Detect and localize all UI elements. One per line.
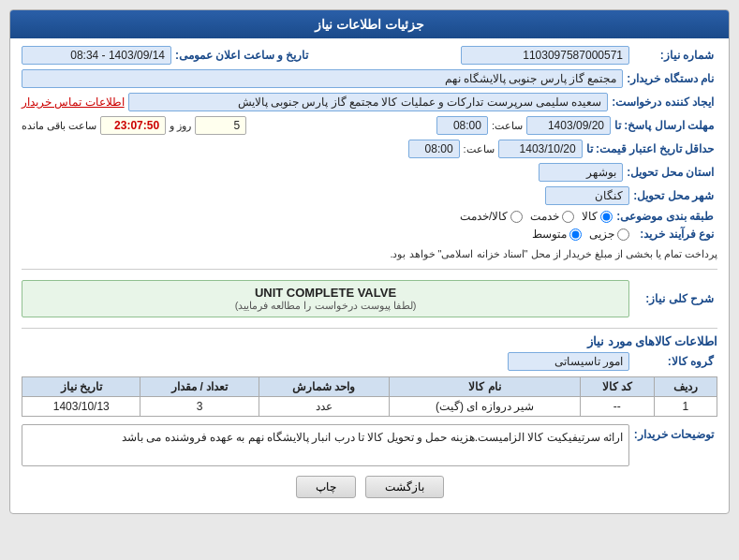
col-tarikh: تاریخ نیاز xyxy=(22,377,140,397)
kala-table-section: ردیف کد کالا نام کالا واحد شمارش تعداد /… xyxy=(22,376,717,417)
shahr-label: شهر محل تحویل: xyxy=(633,189,717,202)
col-kod-kala: کد کالا xyxy=(581,377,654,397)
tabaghe-radio-group: کالا خدمت کالا/خدمت xyxy=(460,210,613,223)
group-kala-value: امور تاسیساتی xyxy=(508,352,629,371)
row-ostan: استان محل تحویل: بوشهر xyxy=(22,163,717,182)
page-title: جزئیات اطلاعات نیاز xyxy=(315,17,424,32)
mohlat-countdown: 23:07:50 xyxy=(100,116,166,135)
nam-dastgah-value: مجتمع گاز پارس جنوبی پالایشگاه نهم xyxy=(22,69,623,88)
row-buyer-notes: توضیحات خریدار: ارائه سرتیفیکیت کالا الز… xyxy=(22,424,717,466)
table-cell-tarikh: 1403/10/13 xyxy=(22,397,140,417)
buyer-notes-label: توضیحات خریدار: xyxy=(633,424,717,441)
noe-farayand-radio-group: جزیی متوسط xyxy=(532,228,629,241)
kala-info-title: اطلاعات کالاهای مورد نیاز xyxy=(22,334,717,348)
row-ijad-kanandeh: ایجاد کننده درخواست: سعیده سلیمی سرپرست … xyxy=(22,93,717,111)
sarh-label: شرح کلی نیاز: xyxy=(633,292,717,305)
sarh-box: UNIT COMPLETE VALVE (لطفا پیوست درخواست … xyxy=(22,280,629,317)
shomare-niaz-label: شماره نیاز: xyxy=(633,49,717,62)
kala-table: ردیف کد کالا نام کالا واحد شمارش تعداد /… xyxy=(22,376,717,417)
table-cell-namKala: شیر دروازه ای (گیت) xyxy=(389,397,580,417)
mohlat-day-label: روز و xyxy=(170,120,191,132)
row-tabaghe-bandi: طبقه بندی موضوعی: کالا خدمت کالا/خدمت xyxy=(22,210,717,223)
row-nam-dastgah: نام دستگاه خریدار: مجتمع گاز پارس جنوبی … xyxy=(22,69,717,88)
col-nam-kala: نام کالا xyxy=(389,377,580,397)
radio-motevaset[interactable]: متوسط xyxy=(532,228,582,241)
content-area: شماره نیاز: 1103097587000571 تاریخ و ساع… xyxy=(10,38,729,513)
divider-2 xyxy=(22,328,717,329)
col-vahed: واحد شمارش xyxy=(259,377,389,397)
contact-link[interactable]: اطلاعات تماس خریدار xyxy=(22,96,125,109)
ijad-kanandeh-label: ایجاد کننده درخواست: xyxy=(612,96,717,109)
print-button[interactable]: چاپ xyxy=(296,476,356,498)
page-wrapper: جزئیات اطلاعات نیاز شماره نیاز: 11030975… xyxy=(0,0,739,560)
table-row: 1--شیر دروازه ای (گیت)عدد31403/10/13 xyxy=(22,397,717,417)
row-shahr: شهر محل تحویل: کنگان xyxy=(22,186,717,205)
row-noe-farayand: نوع فرآیند خرید: جزیی متوسط xyxy=(22,228,717,241)
sarh-value: UNIT COMPLETE VALVE xyxy=(30,286,621,300)
button-row: بازگشت چاپ xyxy=(22,476,717,506)
etebar-time: 08:00 xyxy=(408,140,460,158)
etebar-date: 1403/10/20 xyxy=(498,140,583,158)
mohlat-day: 5 xyxy=(195,116,246,135)
noe-farayand-label: نوع فرآیند خرید: xyxy=(633,228,717,241)
tarikh-label: تاریخ و ساعت اعلان عمومی: xyxy=(175,49,312,62)
group-kala-label: گروه کالا: xyxy=(633,355,717,368)
mohlat-date: 1403/09/20 xyxy=(526,116,611,135)
radio-kala-khedmat[interactable]: کالا/خدمت xyxy=(460,210,523,223)
buyer-notes-value: ارائه سرتیفیکیت کالا الزامیست.هزینه حمل … xyxy=(22,424,629,466)
row-note-payment: پرداخت تمام یا بخشی از مبلغ خریدار از مح… xyxy=(22,245,717,263)
tarikh-value: 1403/09/14 - 08:34 xyxy=(22,46,171,65)
ostan-label: استان محل تحویل: xyxy=(627,166,717,179)
mohlat-sa-label: ساعت: xyxy=(492,120,523,132)
etebar-sa-label: ساعت: xyxy=(464,143,495,155)
back-button[interactable]: بازگشت xyxy=(365,476,444,498)
table-header-row: ردیف کد کالا نام کالا واحد شمارش تعداد /… xyxy=(22,377,717,397)
divider-1 xyxy=(22,269,717,270)
ostan-value: بوشهر xyxy=(539,163,623,182)
mohlat-remain: ساعت باقی مانده xyxy=(22,120,96,132)
row-mohlat: مهلت ارسال پاسخ: تا 1403/09/20 ساعت: 08:… xyxy=(22,116,717,135)
mohlat-label: مهلت ارسال پاسخ: تا xyxy=(614,119,717,132)
table-cell-tedad: 3 xyxy=(140,397,259,417)
sarh-note: (لطفا پیوست درخواست را مطالعه فرمایید) xyxy=(30,300,621,312)
col-tedad: تعداد / مقدار xyxy=(140,377,259,397)
ijad-kanandeh-value: سعیده سلیمی سرپرست تدارکات و عملیات کالا… xyxy=(128,93,609,111)
mohlat-time: 08:00 xyxy=(436,116,488,135)
nam-dastgah-label: نام دستگاه خریدار: xyxy=(627,72,717,85)
table-cell-radif: 1 xyxy=(654,397,717,417)
row-group-kala: گروه کالا: امور تاسیساتی xyxy=(22,352,717,371)
row-sarh: شرح کلی نیاز: UNIT COMPLETE VALVE (لطفا … xyxy=(22,275,717,322)
col-radif: ردیف xyxy=(654,377,717,397)
shomare-niaz-value: 1103097587000571 xyxy=(461,46,629,65)
tabaghe-label: طبقه بندی موضوعی: xyxy=(616,210,717,223)
row-etebar: حداقل تاریخ اعتبار قیمت: تا 1403/10/20 س… xyxy=(22,140,717,158)
radio-kala[interactable]: کالا xyxy=(582,210,613,223)
radio-jozyi[interactable]: جزیی xyxy=(589,228,629,241)
radio-khedmat[interactable]: خدمت xyxy=(530,210,574,223)
etebar-label: حداقل تاریخ اعتبار قیمت: تا xyxy=(586,142,717,155)
row-shomare-niaz: شماره نیاز: 1103097587000571 تاریخ و ساع… xyxy=(22,46,717,65)
table-cell-vahed: عدد xyxy=(259,397,389,417)
note-payment: پرداخت تمام یا بخشی از مبلغ خریدار از مح… xyxy=(390,248,717,260)
shahr-value: کنگان xyxy=(545,186,629,205)
header-bar: جزئیات اطلاعات نیاز xyxy=(10,10,729,38)
table-cell-kodKala: -- xyxy=(581,397,654,417)
main-container: جزئیات اطلاعات نیاز شماره نیاز: 11030975… xyxy=(9,9,730,514)
